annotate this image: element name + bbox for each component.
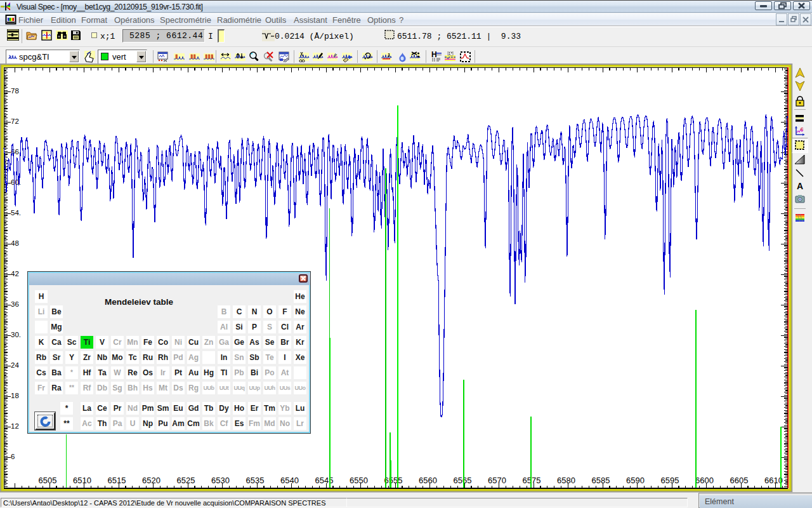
svg-text:6525: 6525 bbox=[177, 476, 195, 485]
svg-text:6: 6 bbox=[11, 453, 15, 460]
svg-text:6565: 6565 bbox=[454, 476, 472, 485]
svg-text:24: 24 bbox=[11, 361, 19, 369]
svg-text:6530: 6530 bbox=[211, 476, 230, 485]
svg-text:54.: 54. bbox=[11, 209, 21, 217]
svg-text:6535: 6535 bbox=[246, 476, 265, 485]
svg-text:c: c bbox=[801, 126, 804, 131]
svg-text:6570: 6570 bbox=[488, 476, 506, 485]
svg-text:6515: 6515 bbox=[108, 476, 126, 485]
svg-text:78: 78 bbox=[11, 87, 19, 95]
svg-text:1: 1 bbox=[388, 52, 391, 58]
svg-text:A: A bbox=[797, 181, 803, 191]
svg-text:6605: 6605 bbox=[730, 476, 749, 485]
svg-text:30.: 30. bbox=[11, 331, 21, 338]
svg-text:6590: 6590 bbox=[626, 476, 645, 485]
svg-text:6610: 6610 bbox=[764, 476, 783, 485]
svg-text:6575: 6575 bbox=[523, 476, 541, 485]
svg-text:6560: 6560 bbox=[419, 476, 437, 485]
svg-text:6505: 6505 bbox=[39, 476, 57, 485]
svg-text:6510: 6510 bbox=[73, 476, 91, 485]
svg-text:6580: 6580 bbox=[557, 476, 575, 485]
svg-text:6540: 6540 bbox=[280, 476, 299, 485]
svg-text:H: H bbox=[431, 51, 437, 59]
svg-text:18: 18 bbox=[11, 392, 19, 399]
svg-text:6585: 6585 bbox=[592, 476, 610, 485]
svg-text:6600: 6600 bbox=[695, 476, 714, 485]
svg-text:48: 48 bbox=[11, 239, 19, 247]
svg-text:12: 12 bbox=[11, 422, 19, 430]
svg-text:6550: 6550 bbox=[350, 476, 368, 485]
svg-text:72: 72 bbox=[11, 117, 19, 125]
svg-text:36: 36 bbox=[11, 300, 19, 308]
svg-text:6555: 6555 bbox=[384, 476, 403, 485]
svg-text:42: 42 bbox=[11, 270, 19, 277]
svg-text:6520: 6520 bbox=[142, 476, 160, 485]
svg-text:6595: 6595 bbox=[661, 476, 679, 485]
